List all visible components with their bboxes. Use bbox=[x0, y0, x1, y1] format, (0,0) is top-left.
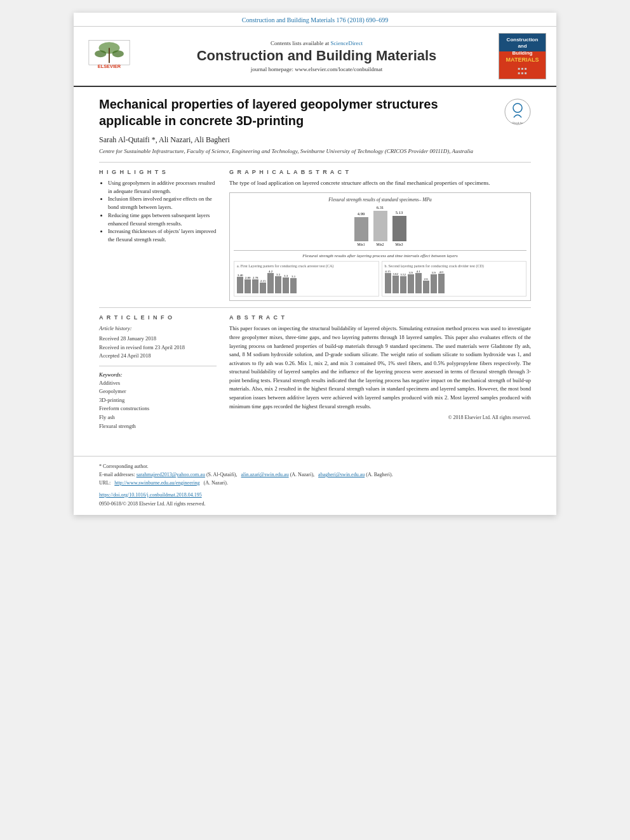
elsevier-logo: ELSEVIER bbox=[84, 37, 135, 75]
graphical-abstract-label: G R A P H I C A L A B S T R A C T bbox=[229, 169, 531, 175]
accepted-date: Accepted 24 April 2018 bbox=[99, 352, 217, 361]
journal-logo-right: Construction and Building MATERIALS ■ ■ … bbox=[499, 33, 546, 79]
small-bar-group: 3.9 bbox=[431, 271, 437, 293]
small-bar-group: 3.52 bbox=[400, 273, 406, 293]
small-bar bbox=[415, 273, 422, 293]
bar-chart: 4.99 Mix1 6.31 Mix2 5.13 Mix3 bbox=[234, 205, 526, 246]
graphical-abstract-text: The type of load application on layered … bbox=[229, 179, 531, 188]
footnote-section: * Corresponding author. E-mail addresses… bbox=[74, 456, 556, 515]
small-bar-group: 3.40 bbox=[237, 274, 243, 293]
small-bar bbox=[283, 277, 289, 293]
fig-divider-text: Flexural strength results after layering… bbox=[234, 250, 526, 258]
highlights-label: H I G H L I G H T S bbox=[99, 169, 217, 175]
small-bar-group: 4.15 bbox=[385, 270, 391, 293]
footnote-emails: E-mail addresses: sarahmajeed2013@yahoo.… bbox=[99, 471, 531, 479]
sciencedirect-link[interactable]: ScienceDirect bbox=[331, 40, 363, 46]
abstract-text: This paper focuses on inspecting the str… bbox=[229, 324, 531, 411]
fig-part-b: b. Second layering pattern for conductin… bbox=[382, 261, 527, 297]
graphical-figure: Flexural strength results of standard sp… bbox=[229, 192, 531, 301]
bar-value: 6.31 bbox=[377, 205, 384, 210]
keywords-list: Additives Geopolymer 3D-printing Freefor… bbox=[99, 379, 217, 431]
fig-part-a-title: a. First Layering pattern for conducting… bbox=[237, 264, 376, 268]
article-info-col: A R T I C L E I N F O Article history: R… bbox=[99, 314, 217, 430]
article-title-row: Mechanical properties of layered geopoly… bbox=[99, 96, 531, 129]
check-updates-badge: Check for updates bbox=[504, 98, 531, 125]
affiliation: Centre for Sustainable Infrastructure, F… bbox=[99, 147, 531, 156]
svg-point-3 bbox=[112, 50, 124, 57]
small-bar-group: 2.6 bbox=[423, 277, 429, 293]
keyword: 3D-printing bbox=[99, 396, 217, 405]
svg-point-7 bbox=[513, 103, 522, 112]
keyword: Flexural strength bbox=[99, 422, 217, 431]
small-bar-group: 4.2 bbox=[267, 270, 274, 293]
keyword: Freeform constructions bbox=[99, 404, 217, 413]
bar-label: Mix1 bbox=[358, 243, 365, 246]
small-bar-group: 4.0 bbox=[438, 270, 445, 293]
journal-title: Construction and Building Materials bbox=[141, 48, 492, 64]
svg-point-6 bbox=[505, 99, 530, 124]
small-bar bbox=[385, 273, 391, 293]
bar-label: Mix3 bbox=[396, 243, 403, 246]
article-info-box: Article history: Received 28 January 201… bbox=[99, 324, 217, 360]
list-item: Using geopolymers in additive processes … bbox=[108, 179, 217, 196]
svg-text:ELSEVIER: ELSEVIER bbox=[98, 63, 121, 69]
info-divider bbox=[99, 366, 217, 366]
highlights-list: Using geopolymers in additive processes … bbox=[99, 179, 217, 244]
keyword: Geopolymer bbox=[99, 387, 217, 396]
bar-group: 4.99 Mix1 bbox=[354, 211, 368, 246]
small-bar bbox=[260, 283, 266, 293]
svg-point-2 bbox=[95, 50, 106, 57]
small-bar bbox=[438, 274, 445, 293]
small-bar-chart-a: 3.40 2.80 2.78 bbox=[237, 270, 376, 293]
small-bar-group: 3.9 bbox=[408, 271, 414, 293]
small-bar bbox=[423, 281, 429, 293]
email-link-1[interactable]: sarahmajeed2013@yahoo.com.au bbox=[137, 472, 205, 477]
small-bar bbox=[431, 274, 437, 293]
list-item: Reducing time gaps between subsequent la… bbox=[108, 211, 217, 228]
history-heading: Article history: bbox=[99, 324, 217, 333]
list-item: Increasing thicknesses of objects' layer… bbox=[108, 227, 217, 244]
abstract-label: A B S T R A C T bbox=[229, 314, 531, 321]
keywords-heading: Keywords: bbox=[99, 371, 217, 378]
small-bar-group: 3.3 bbox=[283, 274, 289, 293]
journal-homepage: journal homepage: www.elsevier.com/locat… bbox=[141, 66, 492, 72]
small-bar bbox=[392, 276, 399, 293]
page: Construction and Building Materials 176 … bbox=[74, 13, 556, 515]
fig-part-a: a. First Layering pattern for conducting… bbox=[234, 261, 379, 297]
journal-center: Contents lists available at ScienceDirec… bbox=[141, 40, 492, 72]
email-label: E-mail addresses: bbox=[99, 472, 135, 477]
email-link-2[interactable]: alin.azari@swin.edu.au bbox=[241, 472, 289, 477]
keyword: Additives bbox=[99, 379, 217, 388]
graphical-abstract-col: G R A P H I C A L A B S T R A C T The ty… bbox=[229, 169, 531, 302]
copyright-line: © 2018 Elsevier Ltd. All rights reserved… bbox=[229, 415, 531, 420]
article-main: Mechanical properties of layered geopoly… bbox=[74, 87, 556, 443]
authors: Sarah Al-Qutaifi *, Ali Nazari, Ali Bagh… bbox=[99, 135, 531, 145]
article-title: Mechanical properties of layered geopoly… bbox=[99, 96, 498, 129]
small-bar-group: 2.78 bbox=[252, 276, 258, 293]
bar-value: 4.99 bbox=[358, 211, 365, 216]
list-item: Inclusion fibers involved negative effec… bbox=[108, 195, 217, 211]
footnote-url: URL: http://www.swinburne.edu.au/enginee… bbox=[99, 479, 531, 488]
small-bar-group: 2.80 bbox=[245, 276, 251, 293]
highlights-col: H I G H L I G H T S Using geopolymers in… bbox=[99, 169, 217, 302]
highlights-graphical-section: H I G H L I G H T S Using geopolymers in… bbox=[99, 162, 531, 302]
citation-bar: Construction and Building Materials 176 … bbox=[74, 13, 556, 27]
citation-text: Construction and Building Materials 176 … bbox=[242, 17, 389, 23]
email-link-3[interactable]: abagheri@swin.edu.au bbox=[318, 472, 365, 477]
bar-label: Mix2 bbox=[377, 243, 384, 246]
doi-link[interactable]: https://doi.org/10.1016/j.conbuildmat.20… bbox=[99, 492, 202, 498]
small-bar-group: 2.15 bbox=[260, 279, 266, 293]
bar bbox=[373, 211, 387, 241]
url-link[interactable]: http://www.swinburne.edu.au/engineering bbox=[114, 480, 199, 486]
small-bar bbox=[252, 279, 258, 293]
small-bar-group: 3.1 bbox=[290, 275, 297, 293]
received-date: Received 28 January 2018 bbox=[99, 335, 217, 343]
keyword: Fly ash bbox=[99, 413, 217, 422]
issn-line: 0950-0618/© 2018 Elsevier Ltd. All right… bbox=[99, 500, 531, 509]
small-bar bbox=[408, 274, 414, 293]
fig-bottom-row: a. First Layering pattern for conducting… bbox=[234, 261, 526, 297]
journal-header: ELSEVIER Contents lists available at Sci… bbox=[74, 27, 556, 87]
doi-line[interactable]: https://doi.org/10.1016/j.conbuildmat.20… bbox=[99, 491, 531, 500]
small-bar bbox=[245, 279, 251, 293]
small-bar-chart-b: 4.15 3.62 3.52 bbox=[385, 270, 524, 293]
